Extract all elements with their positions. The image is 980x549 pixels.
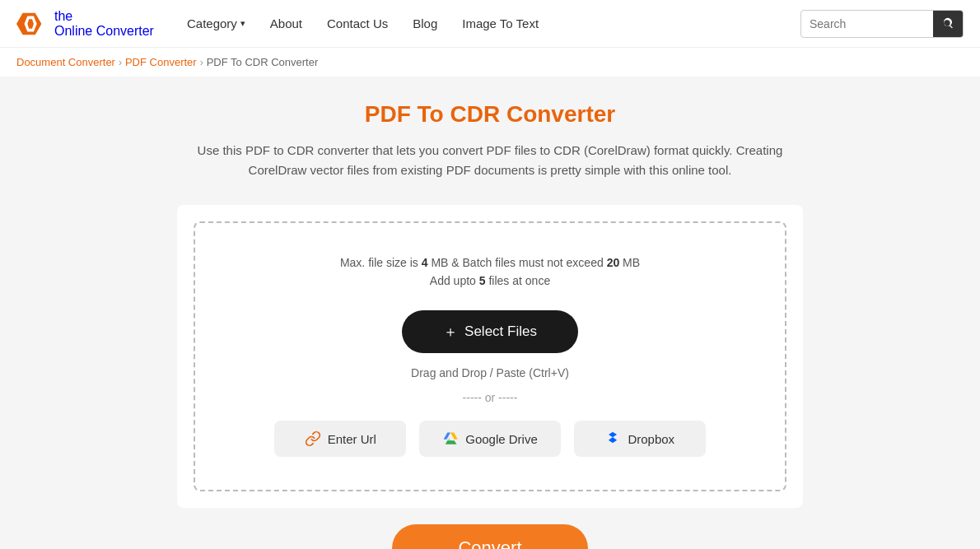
- page-description: Use this PDF to CDR converter that lets …: [169, 141, 811, 180]
- nav-contact[interactable]: Contact Us: [327, 16, 388, 30]
- dropbox-button[interactable]: Dropbox: [574, 421, 706, 457]
- breadcrumb-sep-1: ›: [119, 57, 122, 68]
- upload-container: Max. file size is 4 MB & Batch files mus…: [177, 205, 803, 508]
- search-icon: [941, 17, 954, 30]
- or-divider: ----- or -----: [220, 391, 760, 404]
- plus-icon: ＋: [443, 322, 458, 342]
- header: the Online Converter Category ▾ About Co…: [0, 0, 980, 48]
- search-input[interactable]: [801, 14, 933, 34]
- breadcrumb-pdf-converter[interactable]: PDF Converter: [125, 56, 197, 68]
- search-box: [800, 10, 964, 38]
- page-title: PDF To CDR Converter: [16, 101, 964, 128]
- breadcrumb: Document Converter › PDF Converter › PDF…: [0, 48, 980, 77]
- nav: Category ▾ About Contact Us Blog Image T…: [187, 16, 800, 30]
- upload-dropzone[interactable]: Max. file size is 4 MB & Batch files mus…: [194, 221, 786, 491]
- nav-blog[interactable]: Blog: [413, 16, 437, 30]
- chevron-down-icon: ▾: [240, 18, 245, 29]
- dropbox-icon: [604, 430, 621, 447]
- main: PDF To CDR Converter Use this PDF to CDR…: [0, 77, 980, 549]
- nav-image-to-text[interactable]: Image To Text: [462, 16, 539, 30]
- breadcrumb-current: PDF To CDR Converter: [207, 56, 319, 68]
- nav-category[interactable]: Category ▾: [187, 16, 245, 30]
- breadcrumb-doc-converter[interactable]: Document Converter: [16, 56, 115, 68]
- logo[interactable]: the Online Converter: [16, 8, 154, 40]
- breadcrumb-sep-2: ›: [200, 57, 203, 68]
- file-count-info: Add upto 5 files at once: [220, 274, 760, 287]
- search-button[interactable]: [933, 10, 963, 38]
- file-size-info: Max. file size is 4 MB & Batch files mus…: [220, 256, 760, 269]
- google-drive-icon: [442, 430, 459, 447]
- logo-name: Online Converter: [54, 24, 154, 39]
- select-files-button[interactable]: ＋ Select Files: [402, 310, 578, 353]
- drag-drop-label: Drag and Drop / Paste (Ctrl+V): [220, 366, 760, 379]
- link-icon: [305, 430, 321, 447]
- convert-section: Convert: [16, 508, 964, 549]
- google-drive-button[interactable]: Google Drive: [419, 421, 561, 457]
- logo-the: the: [54, 9, 154, 24]
- enter-url-button[interactable]: Enter Url: [274, 421, 406, 457]
- nav-about[interactable]: About: [270, 16, 302, 30]
- source-buttons: Enter Url Google Drive: [220, 421, 760, 457]
- convert-button[interactable]: Convert: [392, 524, 587, 549]
